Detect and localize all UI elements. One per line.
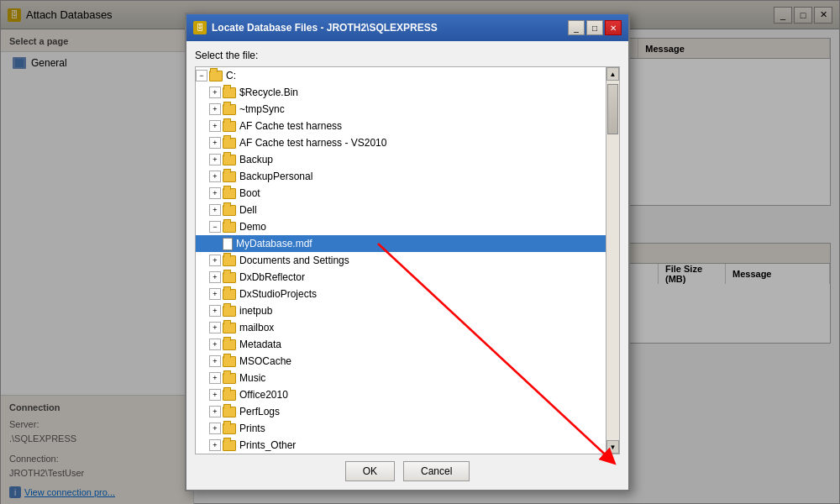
folder-icon	[223, 272, 236, 283]
expander[interactable]: −	[209, 221, 221, 233]
folder-icon	[223, 390, 236, 401]
tree-scrollbar[interactable]: ▲ ▼	[606, 67, 619, 454]
expander[interactable]: +	[209, 171, 221, 182]
folder-icon	[223, 407, 236, 417]
folder-icon	[223, 155, 236, 165]
expander[interactable]: +	[209, 137, 221, 149]
folder-icon	[223, 87, 236, 98]
file-icon	[223, 238, 233, 250]
list-item[interactable]: + BackupPersonal	[196, 168, 619, 185]
folder-icon	[223, 138, 236, 149]
modal-minimize-button[interactable]: _	[568, 20, 585, 35]
folder-icon	[223, 104, 236, 115]
scrollbar-up-arrow[interactable]: ▲	[606, 67, 619, 81]
folder-icon	[223, 205, 236, 216]
modal-maximize-button[interactable]: □	[586, 20, 603, 35]
folder-icon	[223, 339, 236, 350]
locate-database-dialog: 🗄 Locate Database Files - JROTH2\SQLEXPR…	[185, 13, 630, 491]
list-item[interactable]: + DxStudioProjects	[196, 286, 619, 302]
selected-file-item[interactable]: MyDatabase.mdf	[196, 235, 619, 252]
root-expander[interactable]: −	[196, 70, 207, 81]
expander[interactable]: +	[209, 389, 221, 401]
expander[interactable]: +	[209, 271, 221, 283]
expander[interactable]: +	[209, 372, 221, 384]
folder-icon	[223, 121, 236, 132]
expander[interactable]: +	[209, 288, 221, 300]
expander[interactable]: +	[209, 87, 221, 98]
folder-icon	[223, 356, 236, 367]
list-item[interactable]: + Office2010	[196, 386, 619, 403]
file-tree-container[interactable]: − C: + $Recycle.Bin + ~tmpSync +	[195, 66, 620, 454]
scrollbar-down-arrow[interactable]: ▼	[606, 440, 619, 454]
ok-button[interactable]: OK	[345, 461, 395, 481]
list-item[interactable]: + Prints_Other	[196, 437, 619, 454]
folder-icon	[223, 188, 236, 199]
root-folder-icon	[209, 71, 223, 81]
folder-icon	[223, 289, 236, 300]
expander[interactable]: +	[209, 355, 221, 367]
folder-icon	[223, 171, 236, 182]
select-file-label: Select the file:	[195, 50, 620, 61]
modal-footer: OK Cancel	[195, 454, 620, 481]
expander[interactable]: +	[209, 154, 221, 165]
modal-controls: _ □ ✕	[568, 20, 622, 35]
expander[interactable]: +	[209, 423, 221, 434]
list-item[interactable]: + Backup	[196, 151, 619, 168]
list-item[interactable]: + AF Cache test harness - VS2010	[196, 134, 619, 151]
list-item[interactable]: + Dell	[196, 202, 619, 218]
expander[interactable]: +	[209, 322, 221, 333]
modal-icon: 🗄	[193, 21, 207, 34]
tree-root-c[interactable]: − C:	[196, 67, 619, 84]
expander[interactable]: +	[209, 339, 221, 350]
expander[interactable]: +	[209, 305, 221, 317]
list-item[interactable]: + ~tmpSync	[196, 101, 619, 118]
modal-body: Select the file: − C: + $Recycle.Bin + ~…	[186, 41, 628, 490]
modal-title: Locate Database Files - JROTH2\SQLEXPRES…	[212, 22, 568, 34]
list-item[interactable]: + $Recycle.Bin	[196, 84, 619, 101]
expander[interactable]: +	[209, 406, 221, 417]
expander[interactable]: +	[209, 120, 221, 132]
folder-icon	[223, 440, 236, 451]
expander[interactable]: +	[209, 187, 221, 199]
folder-icon	[223, 323, 236, 333]
modal-titlebar: 🗄 Locate Database Files - JROTH2\SQLEXPR…	[186, 14, 628, 41]
expander[interactable]: +	[209, 255, 221, 266]
list-item[interactable]: + Prints	[196, 420, 619, 437]
list-item[interactable]: + mailbox	[196, 319, 619, 336]
list-item[interactable]: − Demo	[196, 218, 619, 235]
list-item[interactable]: + Music	[196, 370, 619, 386]
folder-icon	[223, 306, 236, 317]
expander[interactable]: +	[209, 439, 221, 451]
cancel-button[interactable]: Cancel	[403, 461, 470, 481]
expander[interactable]: +	[209, 204, 221, 216]
modal-close-button[interactable]: ✕	[605, 20, 622, 35]
folder-icon	[223, 222, 236, 233]
list-item[interactable]: + AF Cache test harness	[196, 118, 619, 134]
list-item[interactable]: + Metadata	[196, 336, 619, 353]
folder-icon	[223, 423, 236, 434]
root-label: C:	[226, 70, 236, 81]
scrollbar-thumb[interactable]	[607, 84, 618, 134]
list-item[interactable]: + Boot	[196, 185, 619, 202]
folder-icon	[223, 373, 236, 384]
list-item[interactable]: + DxDbReflector	[196, 269, 619, 286]
list-item[interactable]: + inetpub	[196, 302, 619, 319]
list-item[interactable]: + MSOCache	[196, 353, 619, 370]
expander[interactable]: +	[209, 103, 221, 115]
list-item[interactable]: + Prints_Raw	[196, 454, 619, 454]
list-item[interactable]: + Documents and Settings	[196, 252, 619, 269]
list-item[interactable]: + PerfLogs	[196, 403, 619, 420]
folder-icon	[223, 255, 236, 266]
